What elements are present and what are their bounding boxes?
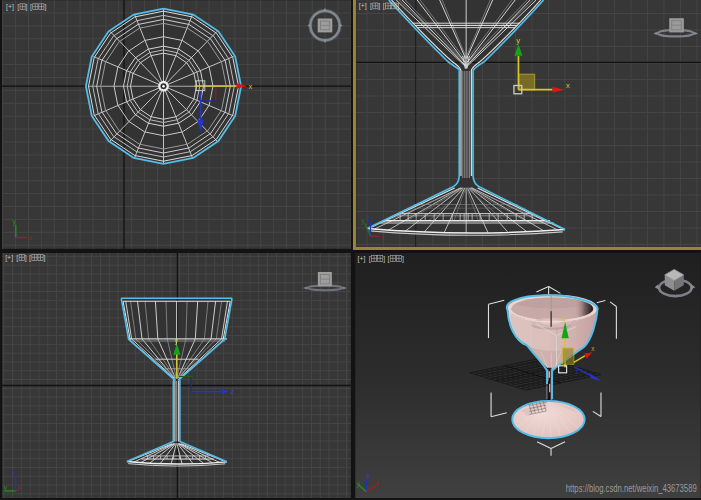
svg-text:[: [ (16, 253, 18, 261)
svg-text:]: ] (397, 2, 399, 10)
svg-text:]: ] (402, 254, 404, 262)
svg-text:]: ] (26, 3, 28, 11)
svg-text:x: x (29, 234, 33, 241)
svg-text:[: [ (382, 2, 384, 10)
svg-text:[: [ (388, 254, 390, 262)
svg-text:x: x (566, 81, 570, 90)
svg-text:[+]: [+] (5, 253, 13, 261)
svg-text:y: y (516, 36, 520, 45)
svg-text:[+]: [+] (6, 3, 14, 11)
svg-text:y: y (175, 336, 179, 344)
svg-text:[: [ (369, 254, 371, 262)
svg-text:z: z (367, 472, 370, 479)
svg-text:z: z (17, 231, 20, 237)
svg-text:]: ] (25, 253, 27, 261)
svg-text:[: [ (30, 3, 32, 11)
svg-text:[: [ (17, 3, 19, 11)
svg-text:z: z (231, 387, 235, 394)
svg-text:z: z (12, 469, 15, 476)
svg-text:y: y (13, 218, 17, 226)
svg-text:]: ] (44, 3, 46, 11)
svg-text:[: [ (369, 2, 371, 10)
svg-text:]: ] (378, 2, 380, 10)
svg-text:z: z (367, 215, 370, 222)
svg-text:[: [ (29, 253, 31, 261)
svg-text:[+]: [+] (358, 2, 366, 10)
svg-text:]: ] (44, 253, 46, 261)
svg-text:[+]: [+] (358, 254, 366, 262)
svg-text:y: y (563, 314, 567, 322)
svg-text:]: ] (383, 254, 385, 262)
svg-text:https://blog.csdn.net/weixin_4: https://blog.csdn.net/weixin_43673589 (566, 483, 697, 494)
svg-text:x: x (249, 82, 253, 91)
